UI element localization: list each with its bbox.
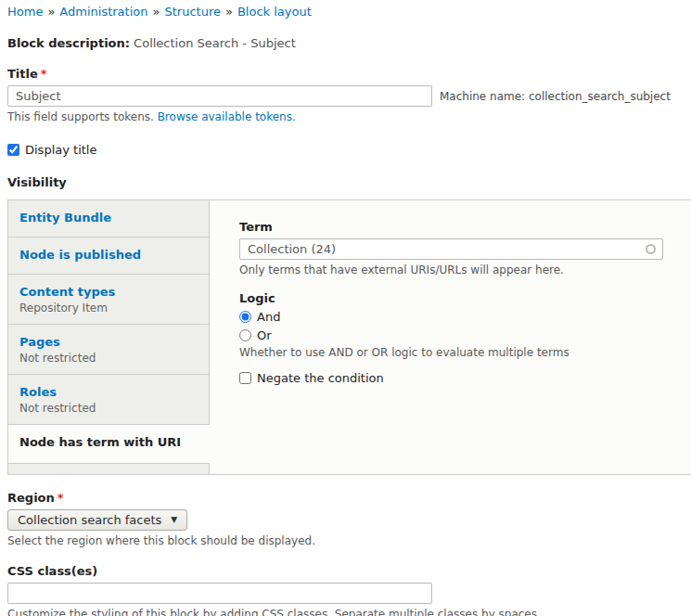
visibility-vertical-tabs: Entity Bundle Node is published Content … — [7, 199, 691, 475]
tab-roles-label: Roles — [19, 385, 198, 399]
region-select-value: Collection search facets — [18, 513, 161, 527]
title-description-text: This field supports tokens. — [7, 110, 154, 123]
region-field-group: Region* Collection search facets ▼ Selec… — [7, 491, 691, 547]
tab-node-has-term-with-uri[interactable]: Node has term with URI — [8, 425, 210, 464]
title-label: Title — [7, 67, 38, 81]
tab-node-has-term-with-uri-label: Node has term with URI — [19, 435, 198, 449]
breadcrumb: Home»Administration»Structure»Block layo… — [7, 4, 691, 19]
negate-condition-label: Negate the condition — [257, 371, 384, 385]
tab-pages-summary: Not restricted — [19, 352, 198, 365]
region-select[interactable]: Collection search facets ▼ — [7, 509, 187, 531]
breadcrumb-separator: » — [47, 5, 55, 19]
block-description-value: Collection Search - Subject — [134, 36, 296, 50]
required-marker: * — [58, 491, 64, 505]
region-description: Select the region where this block shoul… — [7, 534, 691, 547]
browse-tokens-link[interactable]: Browse available tokens. — [158, 110, 296, 123]
tab-pages[interactable]: Pages Not restricted — [8, 325, 209, 375]
term-label: Term — [239, 220, 273, 234]
tab-content-types-summary: Repository Item — [19, 302, 198, 314]
logic-option-and: And — [239, 310, 663, 324]
breadcrumb-link-structure[interactable]: Structure — [164, 5, 220, 19]
required-marker: * — [41, 67, 47, 81]
display-title-checkbox[interactable] — [7, 144, 19, 156]
tab-entity-bundle[interactable]: Entity Bundle — [8, 200, 209, 237]
logic-and-label: And — [257, 310, 280, 324]
autocomplete-throbber-icon — [646, 244, 656, 254]
tab-entity-bundle-label: Entity Bundle — [19, 211, 198, 225]
visibility-tab-panel: Term Only terms that have external URIs/… — [210, 200, 691, 474]
title-input[interactable] — [7, 85, 432, 107]
machine-name: Machine name: collection_search_subject — [440, 90, 671, 103]
region-label: Region — [7, 491, 55, 505]
tab-node-is-published[interactable]: Node is published — [8, 237, 209, 275]
block-description-label: Block description: — [7, 36, 130, 50]
tab-roles-summary: Not restricted — [19, 402, 198, 415]
machine-name-label: Machine name: — [440, 90, 525, 103]
negate-condition-checkbox[interactable] — [239, 372, 251, 384]
breadcrumb-link-home[interactable]: Home — [7, 5, 43, 19]
term-description: Only terms that have external URIs/URLs … — [239, 263, 663, 276]
machine-name-value: collection_search_subject — [529, 90, 671, 103]
logic-or-radio[interactable] — [239, 329, 251, 341]
display-title-group: Display title — [7, 143, 691, 157]
visibility-tabs-menu: Entity Bundle Node is published Content … — [8, 200, 210, 474]
logic-description: Whether to use AND or OR logic to evalua… — [239, 346, 663, 359]
breadcrumb-link-block-layout[interactable]: Block layout — [237, 5, 312, 19]
tab-content-types[interactable]: Content types Repository Item — [8, 275, 209, 325]
breadcrumb-separator: » — [225, 5, 233, 19]
block-description: Block description: Collection Search - S… — [7, 36, 691, 50]
logic-group: Logic And Or Whether to use AND or OR lo… — [239, 291, 663, 359]
css-field-group: CSS class(es) Customize the styling of t… — [7, 564, 691, 616]
logic-or-label: Or — [257, 328, 272, 342]
css-classes-description: Customize the styling of this block by a… — [7, 608, 691, 616]
logic-and-radio[interactable] — [239, 311, 251, 323]
tab-node-is-published-label: Node is published — [19, 248, 198, 262]
visibility-heading: Visibility — [7, 175, 691, 189]
display-title-label: Display title — [25, 143, 96, 157]
breadcrumb-link-administration[interactable]: Administration — [59, 5, 147, 19]
chevron-down-icon: ▼ — [171, 515, 177, 524]
logic-label: Logic — [239, 291, 275, 305]
css-classes-label: CSS class(es) — [7, 564, 97, 578]
tab-pages-label: Pages — [19, 335, 198, 349]
tab-content-types-label: Content types — [19, 285, 198, 299]
term-autocomplete-input[interactable] — [239, 238, 663, 260]
title-description: This field supports tokens. Browse avail… — [7, 110, 691, 123]
logic-option-or: Or — [239, 328, 663, 342]
negate-group: Negate the condition — [239, 371, 663, 385]
breadcrumb-separator: » — [153, 5, 160, 19]
tab-roles[interactable]: Roles Not restricted — [8, 375, 209, 425]
title-field-group: Title* Machine name: collection_search_s… — [7, 67, 691, 123]
css-classes-input[interactable] — [7, 583, 432, 604]
tab-partial-next[interactable] — [8, 464, 209, 470]
